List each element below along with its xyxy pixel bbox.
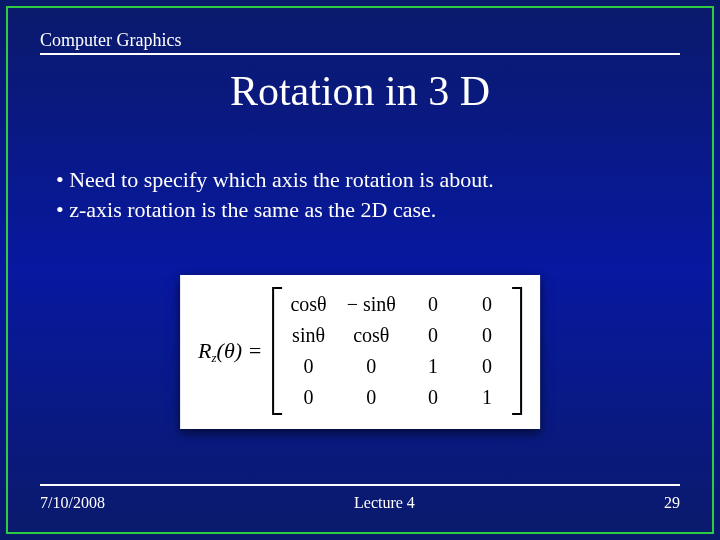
- matrix-cell: 0: [416, 324, 450, 347]
- equation: Rz(θ) = cosθ − sinθ 0 0 sinθ cosθ 0 0 0 …: [198, 287, 522, 415]
- matrix: cosθ − sinθ 0 0 sinθ cosθ 0 0 0 0 1 0 0 …: [272, 287, 521, 415]
- footer-date: 7/10/2008: [40, 494, 105, 512]
- matrix-left-bracket: [272, 287, 282, 415]
- matrix-body: cosθ − sinθ 0 0 sinθ cosθ 0 0 0 0 1 0 0 …: [282, 287, 511, 415]
- bullet-item: z-axis rotation is the same as the 2D ca…: [56, 195, 680, 225]
- matrix-cell: 0: [347, 355, 396, 378]
- matrix-cell: 0: [416, 386, 450, 409]
- matrix-cell: 0: [470, 293, 504, 316]
- bullet-item: Need to specify which axis the rotation …: [56, 165, 680, 195]
- header-rule: [40, 53, 680, 55]
- matrix-cell: 0: [416, 293, 450, 316]
- lhs-arg: θ: [224, 338, 235, 363]
- matrix-cell: 0: [290, 355, 326, 378]
- footer-lecture: Lecture 4: [354, 494, 415, 512]
- matrix-cell: sinθ: [290, 324, 326, 347]
- matrix-cell: 0: [470, 324, 504, 347]
- matrix-cell: 0: [347, 386, 396, 409]
- slide-header: Computer Graphics Rotation in 3 D: [40, 30, 680, 115]
- matrix-cell: 0: [290, 386, 326, 409]
- lhs-subscript: z: [212, 350, 217, 365]
- matrix-cell: 1: [416, 355, 450, 378]
- eq-sign: =: [248, 338, 263, 363]
- matrix-right-bracket: [512, 287, 522, 415]
- matrix-cell: − sinθ: [347, 293, 396, 316]
- lhs-symbol: R: [198, 338, 211, 363]
- matrix-cell: cosθ: [290, 293, 326, 316]
- equation-lhs: Rz(θ) =: [198, 338, 262, 364]
- footer-rule: [40, 484, 680, 486]
- matrix-cell: cosθ: [347, 324, 396, 347]
- matrix-cell: 1: [470, 386, 504, 409]
- course-label: Computer Graphics: [40, 30, 680, 51]
- footer-page: 29: [664, 494, 680, 512]
- bullet-list: Need to specify which axis the rotation …: [56, 165, 680, 224]
- matrix-cell: 0: [470, 355, 504, 378]
- equation-box: Rz(θ) = cosθ − sinθ 0 0 sinθ cosθ 0 0 0 …: [180, 275, 540, 429]
- slide-title: Rotation in 3 D: [40, 67, 680, 115]
- slide-footer: 7/10/2008 Lecture 4 29: [40, 484, 680, 512]
